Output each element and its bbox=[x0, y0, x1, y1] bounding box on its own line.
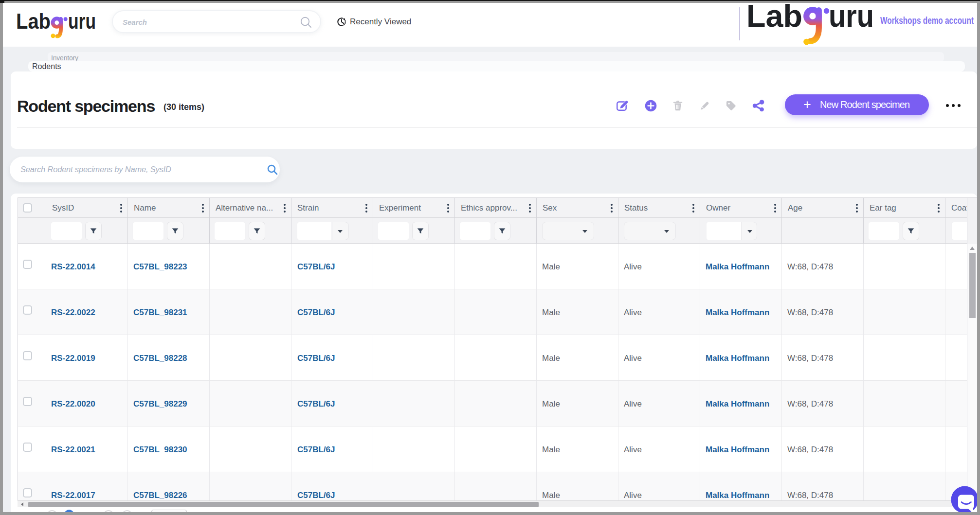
svg-text:uru: uru bbox=[68, 9, 96, 34]
svg-text:Lab: Lab bbox=[746, 3, 802, 34]
svg-text:uru: uru bbox=[829, 3, 874, 34]
svg-text:Workshops demo account: Workshops demo account bbox=[880, 15, 974, 26]
svg-text:Lab: Lab bbox=[16, 9, 51, 34]
